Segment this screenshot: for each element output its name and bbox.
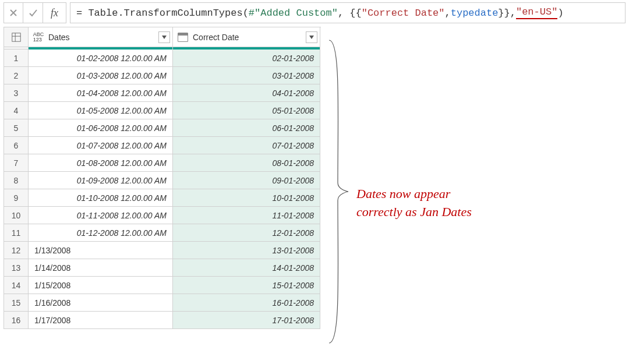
column-filter-button[interactable] — [158, 31, 170, 43]
fx-icon[interactable]: fx — [43, 2, 66, 23]
formula-text: = Table.TransformColumnTypes( — [76, 8, 249, 19]
dates-cell[interactable]: 01-02-2008 12.00.00 AM — [29, 50, 173, 67]
column-header-dates[interactable]: ABC123 Dates — [29, 27, 173, 47]
formula-column-literal: "Correct Date" — [362, 8, 445, 19]
correct-date-cell[interactable]: 15-01-2008 — [173, 277, 320, 294]
any-type-icon: ABC123 — [32, 31, 45, 44]
dates-cell[interactable]: 1/17/2008 — [29, 312, 173, 329]
formula-step-ref: #"Added Custom" — [249, 8, 338, 19]
row-index-cell[interactable]: 10 — [4, 207, 29, 224]
column-filter-button[interactable] — [306, 31, 317, 43]
table-corner-icon[interactable] — [4, 27, 29, 47]
column-header-label: Correct Date — [193, 33, 239, 42]
dates-cell[interactable]: 1/15/2008 — [29, 277, 173, 294]
dates-cell[interactable]: 1/14/2008 — [29, 259, 173, 277]
table-row[interactable]: 1001-11-2008 12.00.00 AM11-01-2008 — [4, 207, 321, 224]
preview-table: ABC123 Dates Correct Date 101-02-2008 12… — [3, 27, 321, 329]
formula-bar: fx = Table.TransformColumnTypes( #"Added… — [3, 2, 626, 23]
row-index-cell[interactable]: 7 — [4, 154, 29, 172]
table-row[interactable]: 701-08-2008 12.00.00 AM08-01-2008 — [4, 154, 321, 172]
formula-input[interactable]: = Table.TransformColumnTypes( #"Added Cu… — [70, 2, 626, 23]
commit-formula-button[interactable] — [23, 2, 43, 23]
row-index-cell[interactable]: 14 — [4, 277, 29, 294]
correct-date-cell[interactable]: 16-01-2008 — [173, 294, 320, 312]
dates-cell[interactable]: 01-12-2008 12.00.00 AM — [29, 224, 173, 242]
row-index-cell[interactable]: 6 — [4, 137, 29, 154]
correct-date-cell[interactable]: 09-01-2008 — [173, 172, 320, 189]
dates-cell[interactable]: 01-09-2008 12.00.00 AM — [29, 172, 173, 189]
dates-cell[interactable]: 1/13/2008 — [29, 242, 173, 259]
table-row[interactable]: 1101-12-2008 12.00.00 AM12-01-2008 — [4, 224, 321, 242]
column-header-label: Dates — [48, 33, 70, 42]
column-header-correct-date[interactable]: Correct Date — [173, 27, 320, 47]
annotation-callout: Dates now appear correctly as Jan Dates — [356, 185, 472, 221]
correct-date-cell[interactable]: 06-01-2008 — [173, 119, 320, 137]
svg-rect-0 — [12, 33, 20, 41]
table-row[interactable]: 901-10-2008 12.00.00 AM10-01-2008 — [4, 189, 321, 207]
correct-date-cell[interactable]: 03-01-2008 — [173, 67, 320, 84]
correct-date-cell[interactable]: 07-01-2008 — [173, 137, 320, 154]
formula-locale-literal: "en-US" — [516, 6, 557, 19]
row-index-cell[interactable]: 12 — [4, 242, 29, 259]
cancel-formula-button[interactable] — [3, 2, 23, 23]
annotation-brace — [326, 37, 349, 346]
table-row[interactable]: 801-09-2008 12.00.00 AM09-01-2008 — [4, 172, 321, 189]
dates-cell[interactable]: 01-07-2008 12.00.00 AM — [29, 137, 173, 154]
dates-cell[interactable]: 01-05-2008 12.00.00 AM — [29, 102, 173, 119]
correct-date-cell[interactable]: 14-01-2008 — [173, 259, 320, 277]
dates-cell[interactable]: 01-03-2008 12.00.00 AM — [29, 67, 173, 84]
row-index-cell[interactable]: 5 — [4, 119, 29, 137]
row-index-cell[interactable]: 13 — [4, 259, 29, 277]
correct-date-cell[interactable]: 13-01-2008 — [173, 242, 320, 259]
table-row[interactable]: 401-05-2008 12.00.00 AM05-01-2008 — [4, 102, 321, 119]
dates-cell[interactable]: 01-06-2008 12.00.00 AM — [29, 119, 173, 137]
dates-cell[interactable]: 01-04-2008 12.00.00 AM — [29, 84, 173, 102]
row-index-cell[interactable]: 11 — [4, 224, 29, 242]
table-row[interactable]: 201-03-2008 12.00.00 AM03-01-2008 — [4, 67, 321, 84]
table-row[interactable]: 101-02-2008 12.00.00 AM02-01-2008 — [4, 50, 321, 67]
row-index-cell[interactable]: 1 — [4, 50, 29, 67]
table-row[interactable]: 151/16/200816-01-2008 — [4, 294, 321, 312]
row-index-cell[interactable]: 4 — [4, 102, 29, 119]
table-row[interactable]: 131/14/200814-01-2008 — [4, 259, 321, 277]
table-row[interactable]: 161/17/200817-01-2008 — [4, 312, 321, 329]
table-row[interactable]: 601-07-2008 12.00.00 AM07-01-2008 — [4, 137, 321, 154]
correct-date-cell[interactable]: 08-01-2008 — [173, 154, 320, 172]
dates-cell[interactable]: 01-10-2008 12.00.00 AM — [29, 189, 173, 207]
correct-date-cell[interactable]: 11-01-2008 — [173, 207, 320, 224]
dates-cell[interactable]: 1/16/2008 — [29, 294, 173, 312]
correct-date-cell[interactable]: 02-01-2008 — [173, 50, 320, 67]
row-index-cell[interactable]: 16 — [4, 312, 29, 329]
correct-date-cell[interactable]: 04-01-2008 — [173, 84, 320, 102]
table-row[interactable]: 501-06-2008 12.00.00 AM06-01-2008 — [4, 119, 321, 137]
correct-date-cell[interactable]: 05-01-2008 — [173, 102, 320, 119]
correct-date-cell[interactable]: 17-01-2008 — [173, 312, 320, 329]
row-index-cell[interactable]: 9 — [4, 189, 29, 207]
date-type-icon — [176, 31, 189, 44]
row-index-cell[interactable]: 15 — [4, 294, 29, 312]
row-index-cell[interactable]: 2 — [4, 67, 29, 84]
table-row[interactable]: 301-04-2008 12.00.00 AM04-01-2008 — [4, 84, 321, 102]
row-index-cell[interactable]: 3 — [4, 84, 29, 102]
table-row[interactable]: 141/15/200815-01-2008 — [4, 277, 321, 294]
dates-cell[interactable]: 01-08-2008 12.00.00 AM — [29, 154, 173, 172]
correct-date-cell[interactable]: 12-01-2008 — [173, 224, 320, 242]
table-row[interactable]: 121/13/200813-01-2008 — [4, 242, 321, 259]
dates-cell[interactable]: 01-11-2008 12.00.00 AM — [29, 207, 173, 224]
row-index-cell[interactable]: 8 — [4, 172, 29, 189]
correct-date-cell[interactable]: 10-01-2008 — [173, 189, 320, 207]
header-row: ABC123 Dates Correct Date — [4, 27, 321, 47]
